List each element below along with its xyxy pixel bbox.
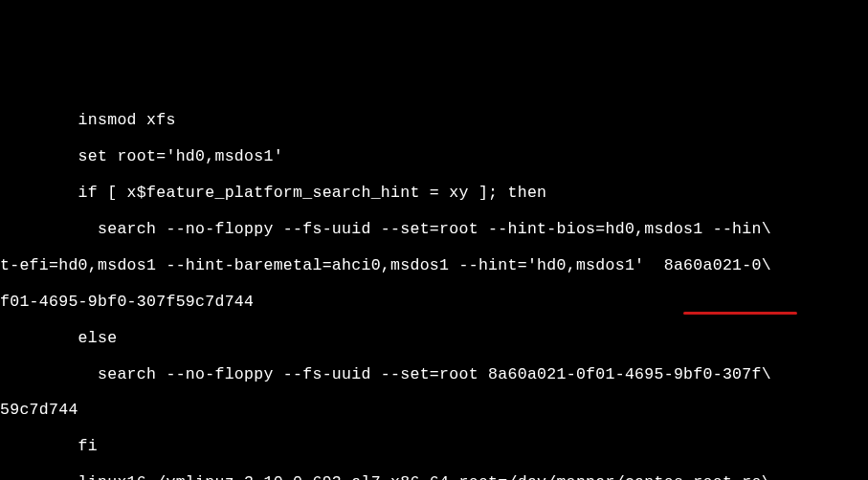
- grub-line: f01-4695-9bf0-307f59c7d744: [0, 294, 868, 312]
- grub-line: if [ x$feature_platform_search_hint = xy…: [0, 185, 868, 203]
- grub-line: linux16 /vmlinuz-3.10.0-693.el7.x86_64 r…: [0, 474, 868, 480]
- grub-line: search --no-floppy --fs-uuid --set=root …: [0, 366, 868, 384]
- grub-line: 59c7d744: [0, 402, 868, 420]
- grub-line: insmod xfs: [0, 112, 868, 130]
- grub-line: search --no-floppy --fs-uuid --set=root …: [0, 221, 868, 239]
- grub-line: else: [0, 330, 868, 348]
- grub-line: fi: [0, 438, 868, 456]
- grub-line: set root='hd0,msdos1': [0, 148, 868, 166]
- annotation-underline-icon: [683, 312, 797, 315]
- grub-editor-screen[interactable]: insmod xfs set root='hd0,msdos1' if [ x$…: [0, 94, 868, 480]
- grub-line: t-efi=hd0,msdos1 --hint-baremetal=ahci0,…: [0, 257, 868, 275]
